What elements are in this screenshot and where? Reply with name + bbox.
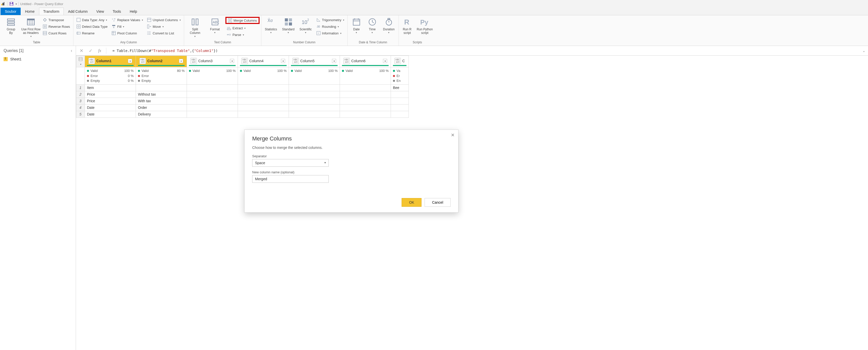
separator-select[interactable]: Space [252, 159, 329, 167]
table-row[interactable]: 5DateDelivery [76, 111, 409, 118]
information-button[interactable]: i Information [315, 31, 345, 36]
data-cell[interactable] [289, 91, 340, 98]
type-badge-any-icon[interactable]: ABC123 [292, 58, 299, 64]
data-cell[interactable]: Order [136, 104, 187, 111]
pivot-column-button[interactable]: Pivot Column [111, 31, 144, 36]
data-cell[interactable] [136, 84, 187, 91]
query-item-sheet1[interactable]: Sheet1 [0, 56, 76, 63]
replace-values-button[interactable]: 12 Replace Values [111, 17, 144, 23]
parse-button[interactable]: abc Parse [226, 32, 259, 37]
data-cell[interactable]: Item [85, 84, 136, 91]
split-column-button[interactable]: Split Column [186, 16, 204, 38]
data-cell[interactable]: Price [85, 98, 136, 104]
data-cell[interactable] [238, 111, 289, 118]
trigonometry-button[interactable]: Trigonometry [315, 17, 345, 23]
count-rows-button[interactable]: Count Rows [42, 31, 71, 36]
unpivot-button[interactable]: Unpivot Columns [146, 17, 182, 23]
move-button[interactable]: Move [146, 24, 182, 29]
data-cell[interactable] [391, 111, 409, 118]
reverse-rows-button[interactable]: Reverse Rows [42, 24, 71, 29]
filter-icon[interactable]: ▾ [230, 59, 234, 63]
type-badge-any-icon[interactable]: ABC123 [395, 58, 401, 64]
data-cell[interactable] [187, 91, 238, 98]
type-badge-any-icon[interactable]: ABC123 [242, 58, 248, 64]
scientific-button[interactable]: 102 Scientific [298, 16, 313, 34]
data-cell[interactable] [340, 91, 391, 98]
data-cell[interactable] [187, 84, 238, 91]
extract-button[interactable]: 123 Extract [226, 26, 259, 31]
data-cell[interactable]: With tax [136, 98, 187, 104]
save-icon[interactable] [9, 2, 13, 6]
tab-home[interactable]: Home [21, 8, 39, 15]
data-cell[interactable] [289, 98, 340, 104]
filter-icon[interactable]: ▾ [281, 59, 285, 63]
run-python-button[interactable]: Py Run Python script [416, 16, 434, 35]
tab-file[interactable]: Soubor [1, 8, 21, 15]
data-cell[interactable] [187, 111, 238, 118]
type-badge-any-icon[interactable]: ABC123 [343, 58, 350, 64]
data-cell[interactable] [238, 104, 289, 111]
data-cell[interactable]: Without tax [136, 91, 187, 98]
column-header-4[interactable]: ABC123 Column4 ▾ [238, 56, 289, 67]
type-badge-any-icon[interactable]: ABC123 [89, 58, 95, 64]
qat-dropdown-icon[interactable]: ▾ [16, 3, 17, 5]
time-button[interactable]: Time [365, 16, 379, 34]
column-header-5[interactable]: ABC123 Column5 ▾ [289, 56, 340, 67]
data-cell[interactable] [187, 98, 238, 104]
table-row[interactable]: 3PriceWith tax [76, 98, 409, 104]
formula-fx-icon[interactable]: fx [97, 48, 102, 54]
data-cell[interactable]: Date [85, 111, 136, 118]
column-header-6[interactable]: ABC123 Column6 ▾ [340, 56, 391, 67]
use-first-row-button[interactable]: Use First Row as Headers [22, 16, 40, 38]
data-cell[interactable]: Price [85, 91, 136, 98]
data-cell[interactable] [340, 104, 391, 111]
dialog-close-icon[interactable]: ✕ [451, 132, 455, 138]
convert-to-list-button[interactable]: Convert to List [146, 31, 182, 36]
statistics-button[interactable]: X̄σ Statistics [264, 16, 279, 34]
data-cell[interactable] [391, 104, 409, 111]
tab-view[interactable]: View [92, 8, 108, 15]
data-cell[interactable] [187, 104, 238, 111]
data-cell[interactable] [340, 84, 391, 91]
data-type-button[interactable]: Data Type: Any [75, 17, 108, 23]
fill-button[interactable]: Fill [111, 24, 144, 29]
data-cell[interactable]: Date [85, 104, 136, 111]
tab-help[interactable]: Help [125, 8, 142, 15]
data-cell[interactable] [289, 111, 340, 118]
grid-corner[interactable]: ▾ [76, 56, 85, 67]
data-cell[interactable] [238, 91, 289, 98]
table-menu-icon[interactable] [79, 57, 82, 61]
duration-button[interactable]: Duration [381, 16, 397, 34]
collapse-pane-icon[interactable]: ‹ [71, 49, 72, 53]
tab-tools[interactable]: Tools [108, 8, 125, 15]
new-column-name-input[interactable]: Merged [252, 175, 329, 183]
filter-icon[interactable]: ▾ [128, 59, 132, 63]
table-row[interactable]: 4DateOrder [76, 104, 409, 111]
column-header-3[interactable]: ABC123 Column3 ▾ [187, 56, 238, 67]
formula-commit-icon[interactable]: ✓ [88, 48, 93, 54]
tab-transform[interactable]: Transform [39, 8, 64, 15]
filter-icon[interactable]: ▾ [383, 59, 387, 63]
transpose-button[interactable]: Transpose [42, 17, 71, 23]
data-cell[interactable] [238, 84, 289, 91]
formula-cancel-icon[interactable]: ✕ [79, 48, 84, 54]
table-row[interactable]: 1ItemBee [76, 84, 409, 91]
rename-button[interactable]: Rename [75, 31, 108, 36]
detect-data-type-button[interactable]: Detect Data Type [75, 24, 108, 29]
data-cell[interactable] [391, 91, 409, 98]
merge-columns-button[interactable]: Merge Columns [225, 17, 259, 24]
filter-icon[interactable]: ▾ [332, 59, 336, 63]
data-cell[interactable] [289, 104, 340, 111]
ok-button[interactable]: OK [402, 198, 422, 207]
data-cell[interactable] [391, 98, 409, 104]
column-header-2[interactable]: ABC123 Column2 ▾ [136, 56, 187, 67]
group-by-button[interactable]: Group By [2, 16, 20, 35]
run-r-button[interactable]: R Run R script [401, 16, 413, 35]
data-cell[interactable] [289, 84, 340, 91]
column-header-1[interactable]: ABC123 Column1 ▾ [85, 56, 136, 67]
filter-icon[interactable]: ▾ [179, 59, 183, 63]
data-cell[interactable]: Delivery [136, 111, 187, 118]
formula-expand-icon[interactable]: ⌄ [862, 49, 865, 53]
type-badge-any-icon[interactable]: ABC123 [190, 58, 197, 64]
data-cell[interactable] [340, 111, 391, 118]
